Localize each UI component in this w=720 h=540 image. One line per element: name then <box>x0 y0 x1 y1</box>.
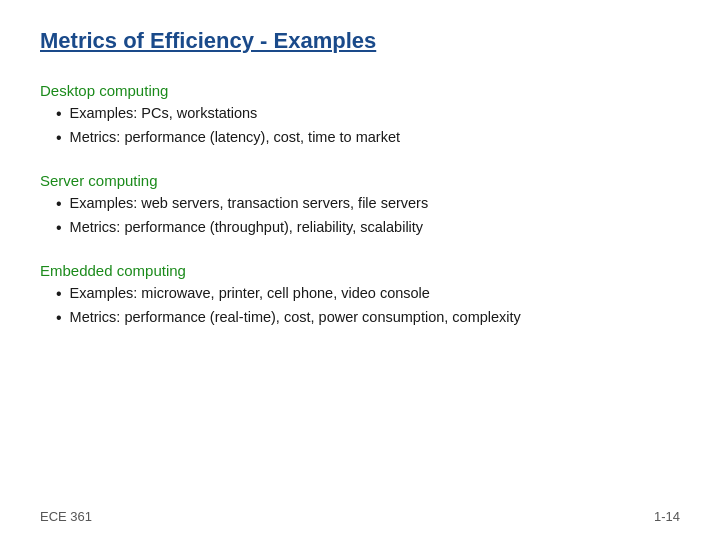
bullet-icon: • <box>56 193 62 215</box>
list-item: •Examples: microwave, printer, cell phon… <box>56 283 680 305</box>
list-item: •Metrics: performance (throughput), reli… <box>56 217 680 239</box>
list-item: •Examples: web servers, transaction serv… <box>56 193 680 215</box>
section-embedded: Embedded computing•Examples: microwave, … <box>40 262 680 330</box>
bullet-text: Examples: PCs, workstations <box>70 103 258 125</box>
bullet-list-embedded: •Examples: microwave, printer, cell phon… <box>40 283 680 330</box>
bullet-list-server: •Examples: web servers, transaction serv… <box>40 193 680 240</box>
section-server: Server computing•Examples: web servers, … <box>40 172 680 240</box>
bullet-icon: • <box>56 283 62 305</box>
section-heading-server: Server computing <box>40 172 680 189</box>
bullet-text: Metrics: performance (throughput), relia… <box>70 217 424 239</box>
bullet-list-desktop: •Examples: PCs, workstations•Metrics: pe… <box>40 103 680 150</box>
footer-left: ECE 361 <box>40 509 92 524</box>
bullet-icon: • <box>56 127 62 149</box>
slide-title: Metrics of Efficiency - Examples <box>40 28 680 54</box>
section-heading-embedded: Embedded computing <box>40 262 680 279</box>
bullet-text: Examples: web servers, transaction serve… <box>70 193 429 215</box>
section-desktop: Desktop computing•Examples: PCs, worksta… <box>40 82 680 150</box>
bullet-text: Metrics: performance (latency), cost, ti… <box>70 127 400 149</box>
bullet-icon: • <box>56 307 62 329</box>
list-item: •Metrics: performance (latency), cost, t… <box>56 127 680 149</box>
bullet-text: Examples: microwave, printer, cell phone… <box>70 283 430 305</box>
section-heading-desktop: Desktop computing <box>40 82 680 99</box>
bullet-icon: • <box>56 217 62 239</box>
bullet-text: Metrics: performance (real-time), cost, … <box>70 307 521 329</box>
sections-container: Desktop computing•Examples: PCs, worksta… <box>40 82 680 329</box>
bullet-icon: • <box>56 103 62 125</box>
footer-right: 1-14 <box>654 509 680 524</box>
list-item: •Examples: PCs, workstations <box>56 103 680 125</box>
slide-container: Metrics of Efficiency - Examples Desktop… <box>0 0 720 540</box>
list-item: •Metrics: performance (real-time), cost,… <box>56 307 680 329</box>
footer: ECE 361 1-14 <box>40 509 680 524</box>
